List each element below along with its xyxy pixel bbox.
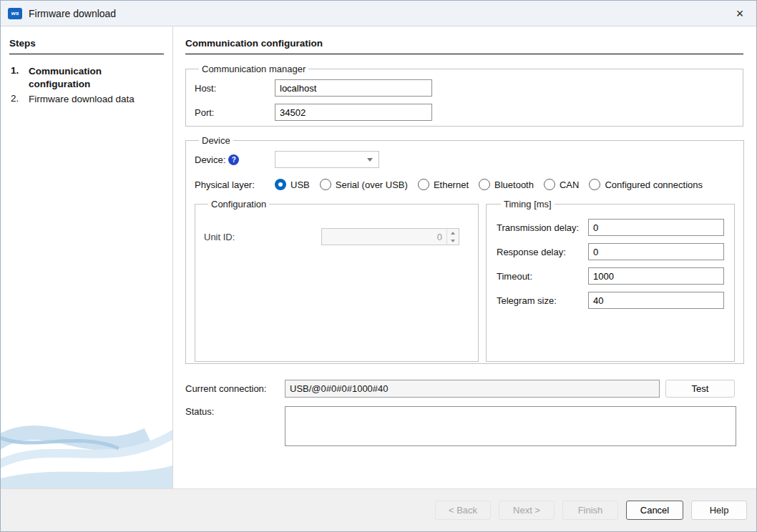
communication-manager-legend: Communication manager <box>199 64 308 74</box>
main-content: Communication configuration Communicatio… <box>173 26 756 488</box>
arrow-down-icon <box>451 240 455 242</box>
response-delay-row: Response delay: <box>497 243 724 260</box>
device-group: Device Device: ? Physical layer: <box>185 135 744 364</box>
decorative-swirl-graphic <box>1 395 172 488</box>
test-button[interactable]: Test <box>665 380 735 398</box>
radio-usb[interactable]: USB <box>275 179 310 190</box>
app-icon: ws <box>8 8 22 19</box>
host-row: Host: <box>195 79 734 97</box>
page-title-divider <box>185 54 743 54</box>
timing-group: Timing [ms] Transmission delay: Response… <box>486 199 735 362</box>
radio-label: Bluetooth <box>494 179 534 190</box>
physical-layer-radio-group: USB Serial (over USB) Ethernet Blue <box>275 179 703 190</box>
unit-id-value: 0 <box>322 229 446 245</box>
config-timing-row: Configuration Unit ID: 0 <box>195 199 735 362</box>
radio-label: CAN <box>560 179 579 190</box>
next-button: Next > <box>499 501 555 520</box>
radio-configured-connections[interactable]: Configured connections <box>589 179 703 190</box>
radio-label: Ethernet <box>434 179 469 190</box>
step-number: 1. <box>9 65 29 91</box>
timeout-input[interactable] <box>588 267 724 285</box>
device-legend: Device <box>199 135 233 146</box>
physical-layer-row: Physical layer: USB Serial (over USB) <box>195 179 735 190</box>
radio-ethernet[interactable]: Ethernet <box>418 179 469 190</box>
unit-id-row: Unit ID: 0 <box>204 228 469 245</box>
communication-manager-group: Communication manager Host: Port: <box>185 64 743 127</box>
cancel-button[interactable]: Cancel <box>626 501 683 520</box>
window-title: Firmware download <box>29 8 116 19</box>
port-row: Port: <box>195 104 734 121</box>
chevron-down-icon <box>367 158 373 162</box>
timeout-label: Timeout: <box>497 271 588 282</box>
transmission-delay-label: Transmission delay: <box>497 222 588 233</box>
timing-legend: Timing [ms] <box>501 199 555 210</box>
radio-label: Configured connections <box>605 179 703 190</box>
device-label-wrap: Device: ? <box>195 154 275 165</box>
steps-sidebar: Steps 1. Communication configuration 2. … <box>1 26 173 488</box>
radio-label: Serial (over USB) <box>336 179 408 190</box>
radio-unselected-icon <box>544 179 555 190</box>
unit-id-label: Unit ID: <box>204 232 321 242</box>
status-row: Status: <box>185 406 743 446</box>
radio-unselected-icon <box>479 179 490 190</box>
telegram-size-label: Telegram size: <box>497 295 588 306</box>
telegram-size-input <box>588 292 724 309</box>
radio-can[interactable]: CAN <box>544 179 579 190</box>
radio-serial-over-usb[interactable]: Serial (over USB) <box>320 179 408 190</box>
finish-button: Finish <box>562 501 618 520</box>
radio-unselected-icon <box>320 179 331 190</box>
step-label: Firmware download data <box>29 93 140 106</box>
current-connection-field <box>285 380 660 398</box>
current-connection-label: Current connection: <box>185 383 285 394</box>
close-icon: × <box>736 6 744 21</box>
step-number: 2. <box>9 93 29 106</box>
back-button: < Back <box>435 501 491 520</box>
host-input[interactable] <box>275 79 432 97</box>
titlebar: ws Firmware download × <box>1 1 756 26</box>
page-title: Communication configuration <box>185 38 743 49</box>
radio-selected-icon <box>275 179 286 190</box>
device-label: Device: <box>195 154 225 165</box>
physical-layer-label: Physical layer: <box>195 179 275 190</box>
port-input[interactable] <box>275 104 432 121</box>
radio-bluetooth[interactable]: Bluetooth <box>479 179 534 190</box>
stepper-down-button[interactable] <box>447 237 459 245</box>
device-row: Device: ? <box>195 151 735 168</box>
unit-id-stepper: 0 <box>321 228 459 245</box>
timeout-row: Timeout: <box>497 267 724 285</box>
configuration-group: Configuration Unit ID: 0 <box>195 199 479 362</box>
transmission-delay-row: Transmission delay: <box>497 219 724 236</box>
close-button[interactable]: × <box>723 1 756 26</box>
help-icon[interactable]: ? <box>228 154 239 165</box>
port-label: Port: <box>195 107 275 118</box>
radio-unselected-icon <box>589 179 600 190</box>
arrow-up-icon <box>451 232 455 235</box>
host-label: Host: <box>195 83 275 94</box>
transmission-delay-input[interactable] <box>588 219 724 236</box>
radio-label: USB <box>290 179 310 190</box>
status-textarea[interactable] <box>285 406 736 446</box>
radio-unselected-icon <box>418 179 429 190</box>
configuration-legend: Configuration <box>208 199 269 210</box>
steps-divider <box>9 54 164 54</box>
status-label: Status: <box>185 406 285 417</box>
response-delay-label: Response delay: <box>497 247 588 257</box>
device-select[interactable] <box>275 151 379 168</box>
dialog-body: Steps 1. Communication configuration 2. … <box>1 26 756 488</box>
stepper-up-button[interactable] <box>447 229 459 237</box>
step-item-communication-configuration[interactable]: 1. Communication configuration <box>9 65 164 91</box>
footer-button-bar: < Back Next > Finish Cancel Help <box>1 488 756 531</box>
stepper-buttons <box>446 229 459 245</box>
current-connection-row: Current connection: Test <box>185 380 743 398</box>
help-icon-glyph: ? <box>232 156 236 164</box>
help-button[interactable]: Help <box>691 501 747 520</box>
step-item-firmware-download-data[interactable]: 2. Firmware download data <box>9 93 164 106</box>
steps-heading: Steps <box>9 38 164 49</box>
app-icon-text: ws <box>11 10 19 16</box>
steps-list: 1. Communication configuration 2. Firmwa… <box>9 65 164 107</box>
telegram-size-row: Telegram size: <box>497 292 724 309</box>
step-label: Communication configuration <box>29 65 140 91</box>
response-delay-input[interactable] <box>588 243 724 260</box>
firmware-download-window: ws Firmware download × Steps 1. Communic… <box>0 0 757 532</box>
